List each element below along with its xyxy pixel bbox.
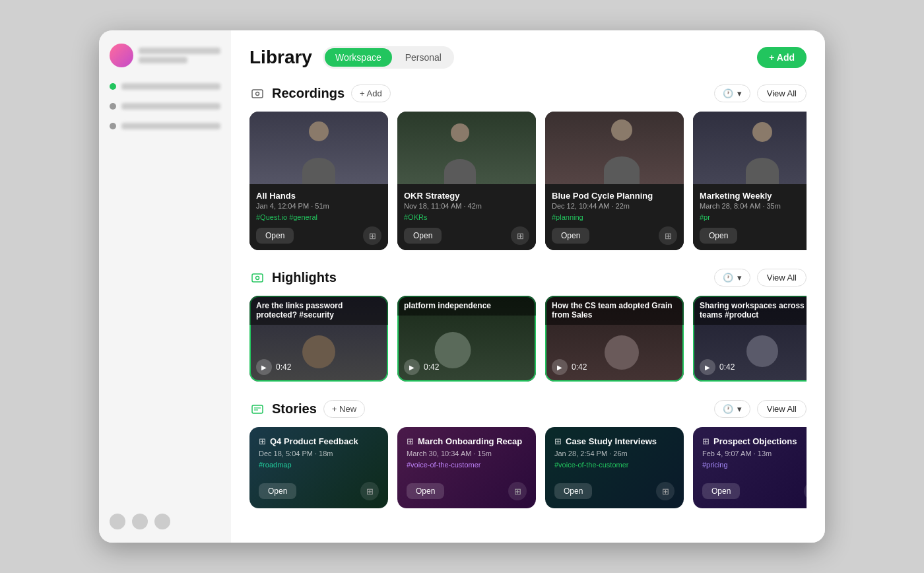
- recording-date-1: Nov 18, 11:04 AM · 42m: [404, 202, 529, 210]
- recording-info-2: Blue Pod Cycle Planning Dec 12, 10:44 AM…: [545, 184, 684, 250]
- highlights-section: Highlights 🕐 ▾ View All Are the links pa…: [249, 269, 807, 382]
- story-card-1[interactable]: ⊞ March Onboarding Recap March 30, 10:34…: [397, 427, 536, 508]
- recording-tag-0: #Quest.io #general: [256, 213, 381, 221]
- highlight-title-1: platform independence: [397, 296, 536, 316]
- sidebar-item-2[interactable]: [110, 100, 220, 112]
- sidebar-item-label-1: [121, 83, 220, 90]
- stories-new-button[interactable]: + New: [323, 400, 365, 418]
- recordings-header: Recordings + Add 🕐 ▾ View All: [249, 84, 807, 102]
- highlight-card-2[interactable]: How the CS team adopted Grain from Sales…: [545, 296, 684, 382]
- story-open-button-3[interactable]: Open: [702, 483, 740, 499]
- sidebar-bottom-icon-3[interactable]: [154, 514, 170, 529]
- recording-open-button-2[interactable]: Open: [552, 228, 589, 244]
- briefcase-icon-2[interactable]: ⊞: [659, 226, 677, 245]
- recording-open-button-3[interactable]: Open: [700, 228, 737, 244]
- story-briefcase-icon-0[interactable]: ⊞: [360, 482, 379, 500]
- tab-personal[interactable]: Personal: [395, 48, 452, 67]
- sidebar-user-section: [110, 44, 220, 67]
- story-open-button-2[interactable]: Open: [554, 483, 592, 499]
- sidebar: [99, 30, 231, 543]
- recording-thumb-2: [545, 112, 684, 184]
- highlight-play-2[interactable]: ▶ 0:42: [552, 359, 587, 375]
- highlight-card-0[interactable]: Are the links password protected? #secur…: [249, 296, 388, 382]
- sidebar-item-3[interactable]: [110, 120, 220, 132]
- story-icon-3: ⊞: [702, 436, 710, 446]
- recording-info-0: All Hands Jan 4, 12:04 PM · 51m #Quest.i…: [249, 184, 388, 250]
- story-card-2[interactable]: ⊞ Case Study Interviews Jan 28, 2:54 PM …: [545, 427, 684, 508]
- recordings-add-label: + Add: [360, 88, 382, 98]
- highlight-duration-3: 0:42: [719, 362, 735, 372]
- story-tag-3: #pricing: [702, 461, 807, 469]
- story-open-button-0[interactable]: Open: [259, 483, 296, 499]
- highlight-play-1[interactable]: ▶ 0:42: [404, 359, 439, 375]
- story-briefcase-icon-3[interactable]: ⊞: [804, 482, 807, 500]
- story-briefcase-icon-1[interactable]: ⊞: [508, 482, 527, 500]
- svg-rect-2: [252, 274, 263, 282]
- highlight-duration-1: 0:42: [424, 362, 439, 372]
- play-button-icon-0[interactable]: ▶: [256, 359, 272, 375]
- chevron-down-icon-highlights: ▾: [737, 273, 742, 283]
- recordings-title: Recordings: [272, 86, 345, 101]
- highlight-play-0[interactable]: ▶ 0:42: [256, 359, 291, 375]
- story-header-2: ⊞ Case Study Interviews: [554, 436, 675, 446]
- recording-info-3: Marketing Weekly March 28, 8:04 AM · 35m…: [693, 184, 807, 250]
- highlight-card-3[interactable]: Sharing workspaces across teams #product…: [693, 296, 807, 382]
- story-title-0: Q4 Product Feedback: [270, 436, 358, 446]
- recordings-add-button[interactable]: + Add: [351, 84, 391, 102]
- highlight-play-3[interactable]: ▶ 0:42: [700, 359, 735, 375]
- story-card-3[interactable]: ⊞ Prospect Objections Feb 4, 9:07 AM · 1…: [693, 427, 807, 508]
- stories-header-right: 🕐 ▾ View All: [714, 400, 807, 418]
- briefcase-icon-1[interactable]: ⊞: [511, 226, 529, 245]
- recording-title-2: Blue Pod Cycle Planning: [552, 191, 677, 201]
- highlights-view-all-button[interactable]: View All: [757, 269, 807, 286]
- highlight-card-1[interactable]: platform independence ▶ 0:42: [397, 296, 536, 382]
- story-icon-1: ⊞: [407, 436, 414, 446]
- story-header-1: ⊞ March Onboarding Recap: [407, 436, 527, 446]
- stories-view-all-button[interactable]: View All: [757, 400, 807, 418]
- recording-open-button-0[interactable]: Open: [256, 228, 294, 244]
- play-button-icon-2[interactable]: ▶: [552, 359, 568, 375]
- clock-icon-highlights: 🕐: [723, 273, 733, 283]
- recording-info-1: OKR Strategy Nov 18, 11:04 AM · 42m #OKR…: [397, 184, 536, 250]
- recording-card-3[interactable]: Marketing Weekly March 28, 8:04 AM · 35m…: [693, 112, 807, 250]
- story-briefcase-icon-2[interactable]: ⊞: [656, 482, 675, 500]
- clock-icon: 🕐: [723, 88, 733, 98]
- briefcase-icon-0[interactable]: ⊞: [363, 226, 381, 245]
- sidebar-bottom-icon-2[interactable]: [132, 514, 148, 529]
- stories-section: Stories + New 🕐 ▾ View All: [249, 400, 807, 508]
- recordings-view-all-button[interactable]: View All: [757, 84, 807, 102]
- clock-icon-stories: 🕐: [723, 404, 733, 414]
- stories-sort-button[interactable]: 🕐 ▾: [714, 400, 750, 418]
- highlights-header-left: Highlights: [249, 270, 337, 286]
- stories-new-label: + New: [332, 404, 356, 414]
- recording-thumb-3: [693, 112, 807, 184]
- main-content: Library Workspace Personal + Add: [231, 30, 825, 543]
- recordings-header-left: Recordings + Add: [249, 84, 391, 102]
- play-button-icon-3[interactable]: ▶: [700, 359, 715, 375]
- highlights-icon: [249, 270, 265, 286]
- recording-card-1[interactable]: OKR Strategy Nov 18, 11:04 AM · 42m #OKR…: [397, 112, 536, 250]
- story-card-0[interactable]: ⊞ Q4 Product Feedback Dec 18, 5:04 PM · …: [249, 427, 388, 508]
- highlights-sort-button[interactable]: 🕐 ▾: [714, 269, 750, 286]
- recording-card-0[interactable]: All Hands Jan 4, 12:04 PM · 51m #Quest.i…: [249, 112, 388, 250]
- sidebar-item-1[interactable]: [110, 81, 220, 92]
- stories-icon: [249, 401, 265, 417]
- recording-card-2[interactable]: Blue Pod Cycle Planning Dec 12, 10:44 AM…: [545, 112, 684, 250]
- recording-open-button-1[interactable]: Open: [404, 228, 442, 244]
- play-button-icon-1[interactable]: ▶: [404, 359, 420, 375]
- story-title-3: Prospect Objections: [713, 436, 797, 446]
- highlights-title: Highlights: [272, 270, 337, 285]
- story-tag-2: #voice-of-the-customer: [554, 461, 675, 469]
- tab-workspace[interactable]: Workspace: [325, 48, 392, 67]
- highlight-duration-2: 0:42: [572, 362, 587, 372]
- story-open-button-1[interactable]: Open: [407, 483, 444, 499]
- recordings-header-right: 🕐 ▾ View All: [714, 84, 807, 102]
- recording-title-1: OKR Strategy: [404, 191, 529, 201]
- sidebar-bottom-icon-1[interactable]: [110, 514, 125, 529]
- story-date-3: Feb 4, 9:07 AM · 13m: [702, 450, 807, 457]
- recordings-sort-button[interactable]: 🕐 ▾: [714, 84, 750, 102]
- stories-header-left: Stories + New: [249, 400, 365, 418]
- recording-tag-1: #OKRs: [404, 213, 529, 221]
- global-add-button[interactable]: + Add: [757, 47, 807, 68]
- svg-point-3: [256, 276, 259, 279]
